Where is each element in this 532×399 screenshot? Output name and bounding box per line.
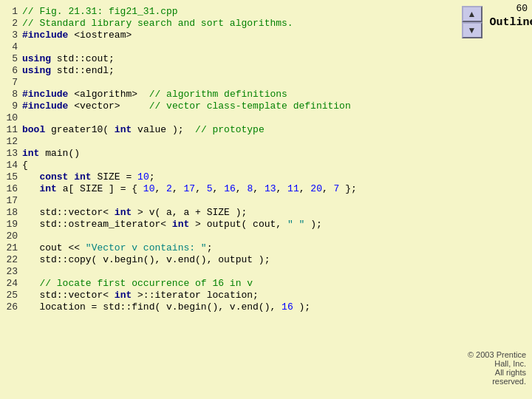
code-line: 9 #include <vector> // vector class-temp…: [6, 100, 463, 112]
code-line: 8 #include <algorithm> // algorithm defi…: [6, 89, 463, 100]
code-text: bool greater10( int value ); // prototyp…: [22, 124, 463, 136]
line-number: 10: [6, 112, 22, 124]
line-number: 11: [6, 124, 22, 136]
code-line: 6 using std::endl;: [6, 65, 463, 77]
outline-label: Outline: [490, 16, 533, 29]
code-line: 21 cout << "Vector v contains: ";: [6, 242, 463, 254]
line-number: 16: [6, 183, 22, 195]
line-number: 15: [6, 171, 22, 183]
line-number: 8: [6, 89, 22, 100]
code-line: 1 // Fig. 21.31: fig21_31.cpp: [6, 6, 463, 18]
code-line: 3 #include <iostream>: [6, 30, 463, 41]
code-text: [22, 195, 463, 207]
code-line: 25 std::vector< int >::iterator location…: [6, 290, 463, 301]
code-text: // locate first occurrence of 16 in v: [22, 278, 463, 290]
copyright-line1: © 2003 Prentice Hall, Inc.: [466, 350, 526, 368]
code-line: 5 using std::cout;: [6, 53, 463, 65]
code-text: std::ostream_iterator< int > output( cou…: [22, 219, 463, 231]
code-line: 14 {: [6, 160, 463, 171]
code-line: 17: [6, 195, 463, 207]
line-number: 5: [6, 53, 22, 65]
code-text: std::copy( v.begin(), v.end(), output );: [22, 254, 463, 266]
code-line: 20: [6, 231, 463, 242]
line-number: 18: [6, 207, 22, 219]
line-number: 19: [6, 219, 22, 231]
code-line: 24 // locate first occurrence of 16 in v: [6, 278, 463, 290]
line-number: 24: [6, 278, 22, 290]
code-line: 19 std::ostream_iterator< int > output( …: [6, 219, 463, 231]
line-number: 17: [6, 195, 22, 207]
code-line: 16 int a[ SIZE ] = { 10, 2, 17, 5, 16, 8…: [6, 183, 463, 195]
code-text: using std::cout;: [22, 53, 463, 65]
line-number: 13: [6, 148, 22, 160]
code-line: 11 bool greater10( int value ); // proto…: [6, 124, 463, 136]
code-text: location = std::find( v.begin(), v.end()…: [22, 301, 463, 313]
code-text: [22, 231, 463, 242]
page-number: 60: [516, 3, 528, 14]
line-number: 21: [6, 242, 22, 254]
line-number: 12: [6, 136, 22, 148]
code-line: 2 // Standard library search and sort al…: [6, 18, 463, 30]
line-number: 2: [6, 18, 22, 30]
code-text: [22, 41, 463, 53]
line-number: 26: [6, 301, 22, 313]
code-line: 13 int main(): [6, 148, 463, 160]
code-text: int main(): [22, 148, 463, 160]
code-text: #include <vector> // vector class-templa…: [22, 100, 463, 112]
code-line: 4: [6, 41, 463, 53]
code-text: [22, 266, 463, 278]
code-text: int a[ SIZE ] = { 10, 2, 17, 5, 16, 8, 1…: [22, 183, 463, 195]
line-number: 14: [6, 160, 22, 171]
code-text: #include <iostream>: [22, 30, 463, 41]
line-number: 4: [6, 41, 22, 53]
code-line: 22 std::copy( v.begin(), v.end(), output…: [6, 254, 463, 266]
code-line: 7: [6, 77, 463, 89]
main-container: 1 // Fig. 21.31: fig21_31.cpp 2 // Stand…: [0, 0, 532, 399]
code-text: using std::endl;: [22, 65, 463, 77]
arrow-up-button[interactable]: ▲: [462, 6, 482, 22]
arrow-down-button[interactable]: ▼: [462, 22, 482, 38]
code-line: 26 location = std::find( v.begin(), v.en…: [6, 301, 463, 313]
code-text: // Standard library search and sort algo…: [22, 18, 463, 30]
code-text: #include <algorithm> // algorithm defini…: [22, 89, 463, 100]
code-line: 23: [6, 266, 463, 278]
line-number: 6: [6, 65, 22, 77]
code-text: const int SIZE = 10;: [22, 171, 463, 183]
nav-arrows: ▲ ▼: [462, 6, 482, 38]
copyright: © 2003 Prentice Hall, Inc. All rights re…: [466, 350, 526, 386]
code-text: std::vector< int >::iterator location;: [22, 290, 463, 301]
code-line: 12: [6, 136, 463, 148]
code-text: {: [22, 160, 463, 171]
line-number: 9: [6, 100, 22, 112]
line-number: 23: [6, 266, 22, 278]
code-text: // Fig. 21.31: fig21_31.cpp: [22, 6, 463, 18]
line-number: 20: [6, 231, 22, 242]
line-number: 7: [6, 77, 22, 89]
code-line: 15 const int SIZE = 10;: [6, 171, 463, 183]
code-text: [22, 136, 463, 148]
code-text: [22, 112, 463, 124]
sidebar: 60 ▲ ▼ Outline © 2003 Prentice Hall, Inc…: [466, 0, 532, 399]
line-number: 25: [6, 290, 22, 301]
code-line: 18 std::vector< int > v( a, a + SIZE );: [6, 207, 463, 219]
line-number: 22: [6, 254, 22, 266]
code-text: cout << "Vector v contains: ";: [22, 242, 463, 254]
code-text: std::vector< int > v( a, a + SIZE );: [22, 207, 463, 219]
copyright-line2: All rights reserved.: [466, 368, 526, 386]
code-line: 10: [6, 112, 463, 124]
line-number: 1: [6, 6, 22, 18]
code-area: 1 // Fig. 21.31: fig21_31.cpp 2 // Stand…: [0, 0, 466, 399]
line-number: 3: [6, 30, 22, 41]
code-text: [22, 77, 463, 89]
